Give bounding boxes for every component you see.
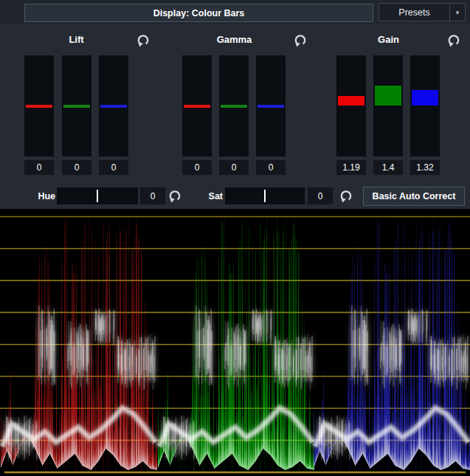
hue-reset-button[interactable] [167,189,182,204]
display-mode-label: Display: Colour Bars [153,8,245,18]
presets-button[interactable]: Presets ▾ [379,3,466,21]
gamma-section-label: Gamma [182,34,286,46]
reset-circular-arrow-icon [167,189,182,204]
basic-auto-correct-button[interactable]: Basic Auto Correct [363,187,465,206]
gain-green-value[interactable]: 1.4 [373,160,403,175]
lift-green-slider[interactable] [62,55,91,156]
gain-red-slider[interactable] [336,55,366,156]
gamma-green-value[interactable]: 0 [219,160,249,175]
presets-label: Presets [379,4,449,21]
gamma-blue-value[interactable]: 0 [256,160,286,175]
gain-reset-button[interactable] [446,33,461,48]
gamma-blue-slider[interactable] [256,55,286,156]
gamma-red-handle[interactable] [184,105,210,108]
gain-red-value[interactable]: 1.19 [336,160,366,175]
hue-value[interactable]: 0 [140,187,165,204]
sat-slider-handle[interactable] [264,190,266,202]
gamma-blue-handle[interactable] [258,105,284,108]
lift-blue-slider[interactable] [99,55,128,156]
gain-blue-slider[interactable] [410,55,440,156]
lift-green-handle[interactable] [63,105,90,108]
gamma-reset-button[interactable] [293,33,308,48]
gain-green-handle[interactable] [375,86,401,106]
lift-reset-button[interactable] [136,33,151,48]
gain-green-slider[interactable] [373,55,403,156]
reset-circular-arrow-icon [136,33,151,48]
sat-slider[interactable] [225,187,305,204]
hue-slider[interactable] [57,187,138,204]
sat-value[interactable]: 0 [308,187,333,204]
colour-correction-panel: { "theme": { "panel_bg": "#262b33", "top… [0,0,470,476]
reset-circular-arrow-icon [293,33,308,48]
chevron-down-icon[interactable]: ▾ [449,4,465,21]
top-toolbar: Display: Colour Bars Presets ▾ [0,0,470,24]
rgb-parade-waveform-display [0,209,470,476]
basic-auto-correct-label: Basic Auto Correct [373,191,456,201]
lift-section-label: Lift [24,34,128,46]
lift-blue-value[interactable]: 0 [99,160,128,175]
display-mode-button[interactable]: Display: Colour Bars [24,4,373,22]
lift-red-handle[interactable] [26,105,52,108]
lift-red-value[interactable]: 0 [24,160,54,175]
gain-red-handle[interactable] [338,96,364,106]
gain-section-label: Gain [336,34,440,46]
hue-slider-handle[interactable] [97,190,98,202]
gamma-red-slider[interactable] [182,55,212,156]
gain-blue-handle[interactable] [412,90,438,106]
reset-circular-arrow-icon [446,33,461,48]
hue-label: Hue [30,190,55,201]
sat-label: Sat [198,190,223,201]
lift-blue-handle[interactable] [100,105,127,108]
gain-blue-value[interactable]: 1.32 [410,160,440,175]
lift-green-value[interactable]: 0 [62,160,91,175]
reset-circular-arrow-icon [339,189,353,204]
gamma-green-slider[interactable] [219,55,249,156]
sat-reset-button[interactable] [339,189,353,204]
lift-red-slider[interactable] [24,55,54,156]
gamma-red-value[interactable]: 0 [182,160,212,175]
gamma-green-handle[interactable] [221,105,247,108]
